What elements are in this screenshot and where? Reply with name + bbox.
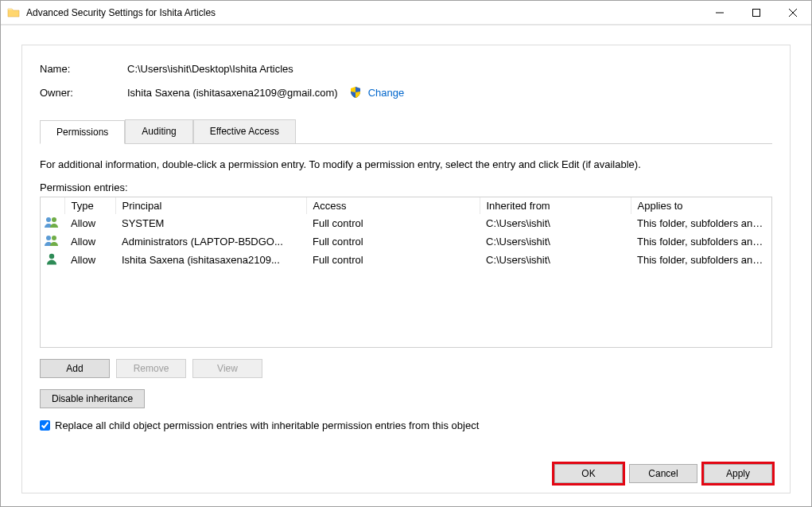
svg-point-4 — [52, 236, 56, 240]
replace-checkbox-label: Replace all child object permission entr… — [55, 419, 479, 431]
cell-applies: This folder, subfolders and files — [631, 232, 771, 251]
add-button[interactable]: Add — [40, 359, 110, 378]
svg-rect-0 — [753, 10, 760, 17]
col-principal[interactable]: Principal — [115, 197, 306, 214]
permission-table[interactable]: Type Principal Access Inherited from App… — [40, 197, 772, 348]
cell-principal: SYSTEM — [115, 214, 306, 232]
change-owner-link[interactable]: Change — [368, 87, 405, 99]
titlebar: Advanced Security Settings for Ishita Ar… — [1, 1, 811, 25]
window-controls — [701, 1, 811, 24]
view-button: View — [192, 359, 262, 378]
svg-point-2 — [52, 217, 56, 222]
tab-effective-access[interactable]: Effective Access — [193, 119, 296, 143]
tab-permissions[interactable]: Permissions — [40, 120, 125, 144]
col-applies[interactable]: Applies to — [631, 197, 771, 214]
cell-principal: Administrators (LAPTOP-B5DGO... — [115, 232, 306, 251]
owner-value: Ishita Saxena (ishitasaxena2109@gmail.co… — [127, 87, 338, 99]
col-access[interactable]: Access — [306, 197, 480, 214]
table-row[interactable]: AllowSYSTEMFull controlC:\Users\ishit\Th… — [41, 214, 771, 232]
cell-type: Allow — [64, 251, 115, 269]
minimize-button[interactable] — [701, 1, 738, 25]
maximize-button[interactable] — [738, 1, 775, 25]
name-label: Name: — [40, 63, 127, 75]
table-row[interactable]: AllowAdministrators (LAPTOP-B5DGO...Full… — [41, 232, 771, 251]
cell-applies: This folder, subfolders and files — [631, 214, 771, 232]
cell-type: Allow — [64, 232, 115, 251]
user-icon — [44, 252, 60, 265]
svg-point-3 — [46, 236, 51, 240]
folder-icon — [7, 6, 20, 19]
shield-icon — [349, 86, 362, 99]
name-row: Name: C:\Users\ishit\Desktop\Ishita Arti… — [40, 63, 772, 75]
replace-checkbox-row[interactable]: Replace all child object permission entr… — [40, 419, 772, 431]
cell-principal: Ishita Saxena (ishitasaxena2109... — [115, 251, 306, 269]
apply-button[interactable]: Apply — [704, 464, 772, 483]
tabs: Permissions Auditing Effective Access — [40, 119, 772, 144]
group-icon — [44, 234, 60, 247]
cell-inherited: C:\Users\ishit\ — [480, 232, 631, 251]
cell-access: Full control — [306, 251, 480, 269]
close-button[interactable] — [775, 1, 811, 25]
col-inherited[interactable]: Inherited from — [480, 197, 631, 214]
cell-access: Full control — [306, 214, 480, 232]
instruction-text: For additional information, double-click… — [40, 158, 772, 170]
cancel-button[interactable]: Cancel — [629, 464, 697, 483]
owner-row: Owner: Ishita Saxena (ishitasaxena2109@g… — [40, 86, 772, 99]
cell-applies: This folder, subfolders and files — [631, 251, 771, 269]
svg-point-1 — [46, 217, 51, 222]
name-value: C:\Users\ishit\Desktop\Ishita Articles — [127, 63, 293, 75]
owner-label: Owner: — [40, 87, 127, 99]
cell-inherited: C:\Users\ishit\ — [480, 251, 631, 269]
svg-point-5 — [49, 254, 54, 259]
table-row[interactable]: AllowIshita Saxena (ishitasaxena2109...F… — [41, 251, 771, 269]
disable-inheritance-button[interactable]: Disable inheritance — [40, 389, 145, 408]
cell-inherited: C:\Users\ishit\ — [480, 214, 631, 232]
cell-access: Full control — [306, 232, 480, 251]
ok-button[interactable]: OK — [554, 464, 623, 483]
remove-button: Remove — [116, 359, 186, 378]
replace-checkbox[interactable] — [40, 420, 50, 431]
group-icon — [44, 216, 60, 228]
window-title: Advanced Security Settings for Ishita Ar… — [26, 7, 701, 18]
tab-auditing[interactable]: Auditing — [125, 119, 192, 143]
col-type[interactable]: Type — [64, 197, 115, 214]
cell-type: Allow — [64, 214, 115, 232]
entries-label: Permission entries: — [40, 181, 772, 193]
